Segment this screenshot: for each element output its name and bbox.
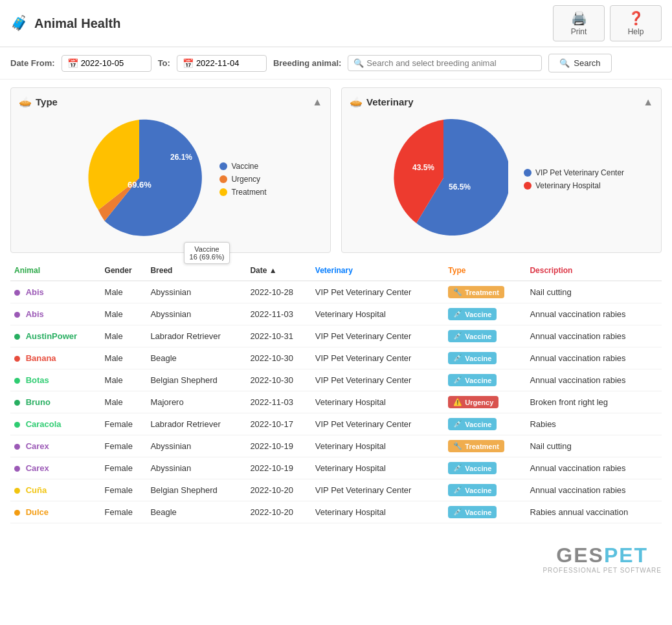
cell-date: 2022-11-03: [246, 391, 311, 413]
animal-dot: [14, 510, 20, 516]
treatment-dot: [219, 188, 227, 196]
animal-name[interactable]: Bruno: [26, 397, 50, 407]
animal-dot: [14, 422, 20, 428]
cell-breed: Belgian Shepherd: [146, 479, 246, 501]
animal-dot: [14, 334, 20, 340]
table-row: Banana Male Beagle 2022-10-30 VIP Pet Ve…: [10, 347, 662, 369]
cell-gender: Male: [101, 325, 147, 347]
cell-veterinary: VIP Pet Veterinary Center: [311, 325, 444, 347]
type-chart-collapse-icon[interactable]: ▲: [312, 96, 322, 108]
gespet-logo: GESPET PROFESSIONAL PET SOFTWARE: [543, 544, 662, 574]
cell-description: Annual vaccination rabies: [526, 303, 662, 325]
cell-breed: Belgian Shepherd: [146, 369, 246, 391]
animal-name[interactable]: Abis: [26, 287, 44, 297]
type-badge-icon: 💉: [453, 332, 462, 340]
animal-name[interactable]: AustinPower: [26, 331, 77, 341]
animal-name[interactable]: Botas: [26, 375, 49, 385]
animal-name[interactable]: Carex: [26, 463, 49, 473]
table-row: Bruno Male Majorero 2022-11-03 Veterinar…: [10, 391, 662, 413]
animal-dot: [14, 356, 20, 362]
vaccine-dot: [219, 162, 227, 170]
cell-animal: Cuña: [10, 479, 101, 501]
cell-description: Annual vaccination rabies: [526, 457, 662, 479]
search-button[interactable]: 🔍 Search: [548, 54, 611, 72]
svg-text:69.6%: 69.6%: [128, 180, 151, 190]
breeding-search-input[interactable]: [366, 58, 536, 68]
cell-date: 2022-10-31: [246, 325, 311, 347]
table-row: Caracola Female Labrador Retriever 2022-…: [10, 413, 662, 435]
animal-dot: [14, 290, 20, 296]
cell-animal: Abis: [10, 303, 101, 325]
svg-text:56.5%: 56.5%: [449, 182, 471, 192]
col-date[interactable]: Date ▲: [246, 261, 311, 281]
help-button[interactable]: ❓ Help: [610, 5, 662, 41]
col-description: Description: [526, 261, 662, 281]
vet-chart-collapse-icon[interactable]: ▲: [643, 96, 653, 108]
charts-area: 🥧 Type ▲ 69.6% 26.1% Vaccin: [0, 80, 672, 261]
cell-description: Annual vaccination rabies: [526, 325, 662, 347]
cell-description: Rabies: [526, 413, 662, 435]
animal-dot: [14, 488, 20, 494]
breeding-search-wrapper: 🔍: [348, 55, 542, 71]
type-badge-icon: 💉: [453, 310, 462, 318]
date-from-input[interactable]: [81, 58, 146, 68]
tooltip-label: Vaccine: [190, 245, 225, 253]
svg-text:26.1%: 26.1%: [170, 153, 192, 162]
vet-pie-container: 56.5% 43.5%: [379, 113, 508, 245]
animal-name[interactable]: Caracola: [26, 419, 62, 429]
gespet-name: GESPET: [543, 544, 662, 567]
type-badge-icon: 💉: [453, 354, 462, 362]
type-badge-icon: 🔧: [453, 442, 462, 450]
type-chart-card: 🥧 Type ▲ 69.6% 26.1% Vaccin: [10, 87, 331, 253]
vet-hospital-dot: [524, 182, 532, 190]
veterinary-chart-card: 🥧 Veterinary ▲ 56.5% 43.5%: [341, 87, 662, 253]
cell-veterinary: Veterinary Hospital: [311, 303, 444, 325]
cell-gender: Female: [101, 479, 147, 501]
cell-gender: Male: [101, 281, 147, 303]
calendar-from-icon: 📅: [67, 58, 78, 69]
date-to-wrapper: 📅: [177, 55, 267, 72]
cell-type: 💉 Vaccine: [444, 325, 526, 347]
print-icon: 🖨️: [571, 10, 587, 26]
cell-type: ⚠️ Urgency: [444, 391, 526, 413]
breeding-label: Breeding animal:: [273, 58, 341, 68]
cell-breed: Abyssinian: [146, 435, 246, 457]
cell-animal: AustinPower: [10, 325, 101, 347]
type-chart-header: 🥧 Type ▲: [19, 96, 322, 108]
animal-name[interactable]: Cuña: [26, 485, 47, 495]
animal-name[interactable]: Abis: [26, 309, 44, 319]
type-chart-title-text: Type: [36, 96, 58, 107]
cell-type: 💉 Vaccine: [444, 501, 526, 523]
date-to-label: To:: [158, 58, 170, 68]
type-chart-body: 69.6% 26.1% Vaccine 16 (69.6%) Vaccine U…: [19, 113, 322, 245]
col-veterinary: Veterinary: [311, 261, 444, 281]
footer: GESPET PROFESSIONAL PET SOFTWARE: [0, 534, 672, 579]
vet-chart-title: 🥧 Veterinary: [350, 96, 414, 108]
cell-veterinary: Veterinary Hospital: [311, 501, 444, 523]
cell-type: 💉 Vaccine: [444, 479, 526, 501]
animal-name[interactable]: Banana: [26, 353, 56, 363]
vet-chart-title-text: Veterinary: [366, 96, 414, 107]
animal-dot: [14, 400, 20, 406]
cell-veterinary: VIP Pet Veterinary Center: [311, 413, 444, 435]
animal-name[interactable]: Dulce: [26, 507, 49, 517]
cell-gender: Male: [101, 369, 147, 391]
animal-name[interactable]: Carex: [26, 441, 49, 451]
cell-date: 2022-10-30: [246, 347, 311, 369]
table-row: Botas Male Belgian Shepherd 2022-10-30 V…: [10, 369, 662, 391]
cell-description: Rabies annual vaccination: [526, 501, 662, 523]
cell-veterinary: VIP Pet Veterinary Center: [311, 369, 444, 391]
cell-date: 2022-10-20: [246, 501, 311, 523]
cell-date: 2022-10-28: [246, 281, 311, 303]
app-title-section: 🧳 Animal Health: [10, 15, 120, 32]
vaccine-label: Vaccine: [231, 162, 258, 171]
cell-breed: Labrador Retriever: [146, 325, 246, 347]
cell-type: 💉 Vaccine: [444, 369, 526, 391]
type-badge-icon: 💉: [453, 464, 462, 472]
type-badge: 💉 Vaccine: [448, 506, 497, 518]
date-to-input[interactable]: [196, 58, 261, 68]
type-badge: 💉 Vaccine: [448, 462, 497, 474]
print-button[interactable]: 🖨️ Print: [553, 5, 605, 41]
type-badge: 🔧 Treatment: [448, 286, 504, 298]
gespet-sub: PROFESSIONAL PET SOFTWARE: [543, 567, 662, 574]
